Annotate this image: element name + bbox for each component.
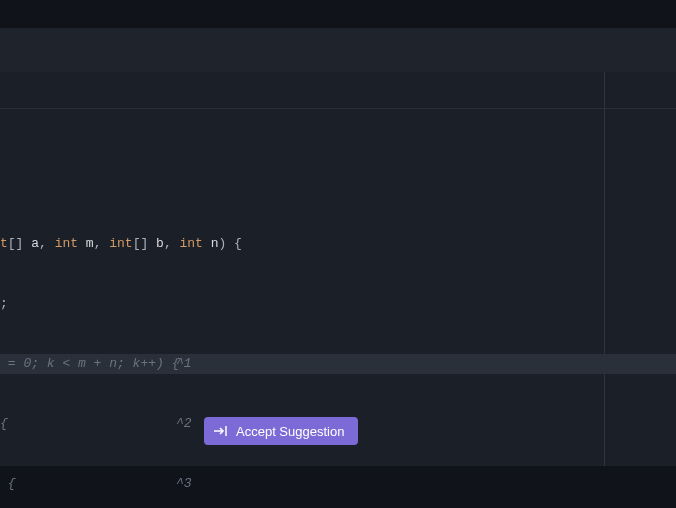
token-punct: [] [133, 236, 149, 251]
token-keyword: int [55, 236, 78, 251]
tab-icon [214, 425, 228, 437]
code-line-highlight: = 0; k < m + n; k++) {^1 [0, 354, 676, 374]
code-editor[interactable]: t[] a, int m, int[] b, int n) { ; = 0; k… [0, 72, 676, 466]
token-ident: b [148, 236, 164, 251]
token-punct: ; [0, 296, 8, 311]
token-ident: n [203, 236, 219, 251]
suggestion-marker: ^2 [176, 414, 192, 434]
suggestion-marker: ^3 [176, 474, 192, 494]
accept-suggestion-button[interactable]: Accept Suggestion [204, 417, 358, 445]
token-keyword: int [109, 236, 132, 251]
token-punct: , [164, 236, 180, 251]
token-keyword: t [0, 236, 8, 251]
token-punct: ) { [219, 236, 242, 251]
window-top-gap [0, 0, 676, 28]
ghost-text: { [0, 416, 8, 431]
ghost-text: { [0, 476, 16, 491]
token-punct: , [39, 236, 55, 251]
accept-suggestion-label: Accept Suggestion [236, 424, 344, 439]
code-line: {^3 [0, 474, 676, 494]
code-line: t[] a, int m, int[] b, int n) { [0, 234, 676, 254]
editor-top-divider [0, 108, 676, 109]
code-line: ; [0, 294, 676, 314]
token-ident: a [23, 236, 39, 251]
ghost-text: = 0; k < m + n; k++) { [0, 356, 179, 371]
toolbar-band [0, 28, 676, 72]
token-ident: m [78, 236, 94, 251]
token-punct: [] [8, 236, 24, 251]
token-punct: , [94, 236, 110, 251]
code-content: t[] a, int m, int[] b, int n) { ; = 0; k… [0, 194, 676, 508]
token-keyword: int [180, 236, 203, 251]
suggestion-marker: ^1 [176, 354, 192, 374]
